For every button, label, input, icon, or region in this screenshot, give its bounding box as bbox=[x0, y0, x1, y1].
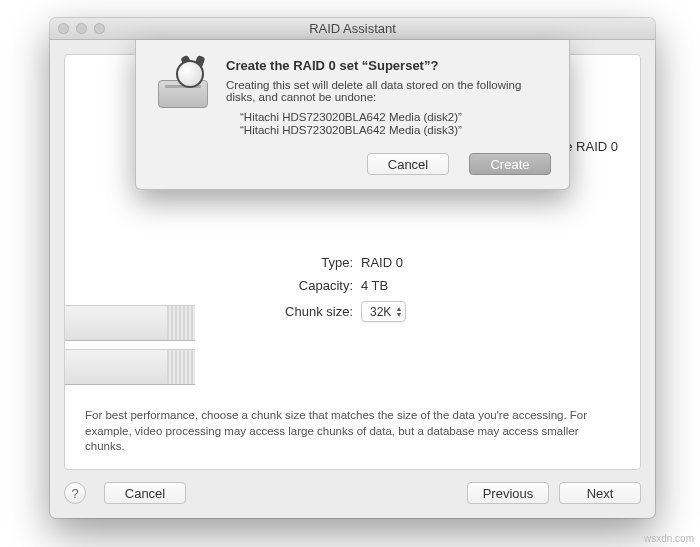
confirm-create-sheet: Create the RAID 0 set “Superset”? Creati… bbox=[135, 40, 570, 190]
sheet-text: Create the RAID 0 set “Superset”? Creati… bbox=[226, 58, 551, 137]
drive-slab-icon bbox=[65, 349, 195, 385]
sheet-cancel-button[interactable]: Cancel bbox=[367, 153, 449, 175]
help-button[interactable]: ? bbox=[64, 482, 86, 504]
zoom-window-icon[interactable] bbox=[94, 23, 105, 34]
drive-illustration bbox=[65, 305, 195, 393]
set-properties: Type: RAID 0 Capacity: 4 TB Chunk size: … bbox=[265, 255, 406, 330]
bottom-toolbar: ? Cancel Previous Next bbox=[64, 482, 641, 504]
window-title: RAID Assistant bbox=[50, 21, 655, 36]
panel-head-fragment: e RAID 0 bbox=[565, 139, 618, 154]
window-controls bbox=[58, 23, 105, 34]
type-value: RAID 0 bbox=[361, 255, 403, 270]
watermark: wsxdn.com bbox=[644, 533, 694, 544]
minimize-window-icon[interactable] bbox=[76, 23, 87, 34]
sheet-message: Creating this set will delete all data s… bbox=[226, 79, 551, 103]
sheet-disk-item: “Hitachi HDS723020BLA642 Media (disk2)” bbox=[240, 111, 551, 123]
next-button[interactable]: Next bbox=[559, 482, 641, 504]
previous-button[interactable]: Previous bbox=[467, 482, 549, 504]
sheet-title: Create the RAID 0 set “Superset”? bbox=[226, 58, 551, 73]
chunk-size-label: Chunk size: bbox=[265, 304, 353, 319]
sheet-body: Create the RAID 0 set “Superset”? Creati… bbox=[154, 58, 551, 137]
sheet-disk-list: “Hitachi HDS723020BLA642 Media (disk2)” … bbox=[226, 111, 551, 136]
sheet-actions: Cancel Create bbox=[154, 153, 551, 175]
cancel-button[interactable]: Cancel bbox=[104, 482, 186, 504]
stepper-icon: ▴▾ bbox=[397, 306, 401, 318]
type-label: Type: bbox=[265, 255, 353, 270]
close-window-icon[interactable] bbox=[58, 23, 69, 34]
sheet-disk-item: “Hitachi HDS723020BLA642 Media (disk3)” bbox=[240, 124, 551, 136]
property-row-capacity: Capacity: 4 TB bbox=[265, 278, 406, 293]
property-row-type: Type: RAID 0 bbox=[265, 255, 406, 270]
titlebar[interactable]: RAID Assistant bbox=[50, 18, 655, 40]
chunk-size-select[interactable]: 32K ▴▾ bbox=[361, 301, 406, 322]
performance-hint: For best performance, choose a chunk siz… bbox=[85, 408, 620, 455]
chunk-size-value: 32K bbox=[370, 305, 391, 319]
property-row-chunk: Chunk size: 32K ▴▾ bbox=[265, 301, 406, 322]
capacity-label: Capacity: bbox=[265, 278, 353, 293]
sheet-create-button[interactable]: Create bbox=[469, 153, 551, 175]
disk-utility-icon bbox=[154, 58, 214, 137]
drive-slab-icon bbox=[65, 305, 195, 341]
raid-assistant-window: RAID Assistant e RAID 0 Type: RAID 0 Cap… bbox=[50, 18, 655, 518]
capacity-value: 4 TB bbox=[361, 278, 388, 293]
